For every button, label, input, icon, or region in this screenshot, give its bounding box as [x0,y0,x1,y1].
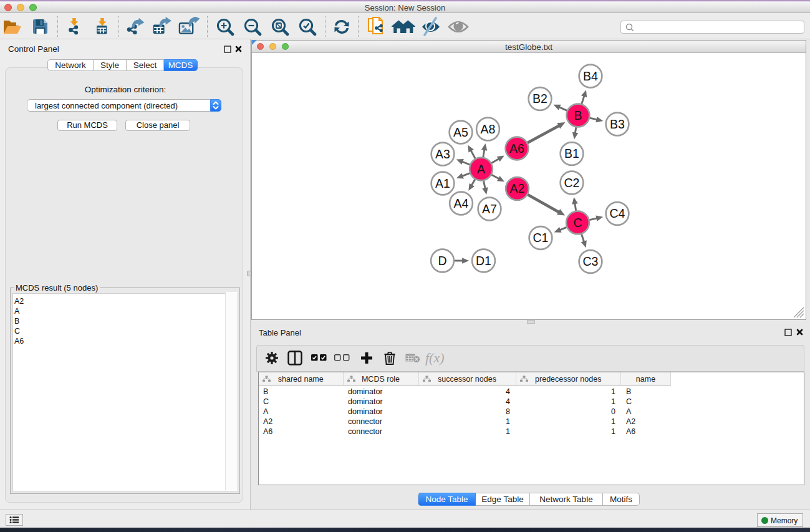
svg-text:C2: C2 [564,176,580,190]
svg-text:B4: B4 [583,69,598,83]
svg-text:B1: B1 [564,147,579,160]
svg-text:A5: A5 [453,125,468,139]
svg-text:A2: A2 [510,181,525,195]
svg-text:C1: C1 [533,231,549,244]
svg-text:C4: C4 [610,206,625,220]
svg-text:A4: A4 [454,196,469,210]
svg-text:f(x): f(x) [425,350,445,365]
svg-text:A7: A7 [482,202,497,216]
svg-text:D: D [438,254,446,268]
svg-text:C: C [573,216,582,230]
svg-text:A1: A1 [435,177,450,190]
svg-text:B2: B2 [533,92,547,105]
svg-text:A3: A3 [435,147,450,161]
svg-text:C3: C3 [583,254,599,268]
svg-text:A8: A8 [481,122,496,136]
svg-text:A6: A6 [509,142,524,155]
svg-text:A: A [477,162,485,176]
svg-text:B: B [574,109,582,122]
svg-text:D1: D1 [476,254,491,268]
svg-text:B3: B3 [610,117,625,131]
